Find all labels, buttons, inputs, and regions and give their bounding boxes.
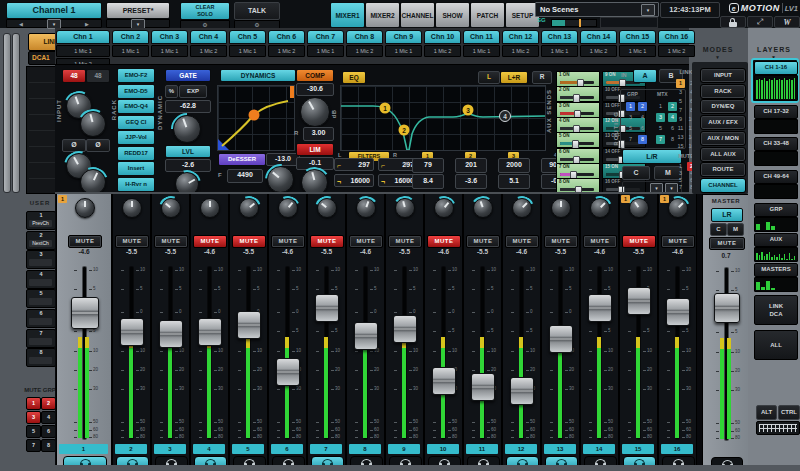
mute-grp-3[interactable]: 3 (26, 411, 41, 424)
user-button-2[interactable]: 2NextCh (26, 231, 56, 250)
aux-send-slider[interactable] (560, 173, 594, 176)
pan-knob[interactable] (239, 198, 259, 218)
user-button-5[interactable]: 5 (26, 289, 56, 308)
channel-selector[interactable]: Channel 1 (6, 2, 102, 19)
fader-track[interactable]: 10505102030506080 (269, 267, 306, 439)
aux-send-4[interactable]: 4 ON (556, 117, 600, 133)
lock-button[interactable] (720, 16, 746, 28)
gear-icon[interactable]: ⚙ (254, 21, 259, 28)
mute-grp-6[interactable]: 6 (41, 425, 56, 438)
mute-num-7[interactable]: 7 (676, 183, 685, 192)
channel-tab-9[interactable]: Chn 91 Mic 1 (385, 30, 422, 57)
fader-handle[interactable] (71, 297, 99, 329)
mode-input[interactable]: INPUT (700, 68, 746, 83)
channel-tab-13[interactable]: Chn 131 Mic 1 (541, 30, 578, 57)
mute-button[interactable]: MUTE (154, 235, 188, 248)
fader-handle[interactable] (510, 377, 534, 405)
master-lr-button[interactable]: LR (711, 208, 743, 222)
layer-masters[interactable]: MASTERS (754, 263, 798, 277)
pan-knob[interactable] (317, 198, 337, 218)
fader-track[interactable]: 10505102030506080 (620, 267, 657, 439)
master-mute-button[interactable]: MUTE (709, 237, 745, 250)
channel-tab-12[interactable]: Chn 121 Mic 2 (502, 30, 539, 57)
channel-tab-8[interactable]: Chn 81 Mic 2 (346, 30, 383, 57)
mute-grp-7[interactable]: 7 (26, 439, 41, 452)
lpf-left-value[interactable]: ¬ 16000 (334, 174, 374, 187)
pan-knob[interactable] (200, 198, 220, 218)
pan-knob[interactable] (278, 198, 298, 218)
fader-handle[interactable] (627, 287, 651, 315)
rack-slot-3[interactable]: EMO-Q4 (117, 99, 155, 114)
mute-button[interactable]: MUTE (310, 235, 344, 248)
rack-slot-4[interactable]: GEQ Cl (117, 115, 155, 130)
fader-track[interactable]: 10505102030506080 (581, 267, 618, 439)
mute-grp-5[interactable]: 5 (26, 425, 41, 438)
user-button-3[interactable]: 3 (26, 250, 56, 269)
eq-band-2-freq[interactable]: 201 (455, 158, 487, 173)
fader-track[interactable]: 10505102030506080 (308, 267, 345, 439)
mode-rack[interactable]: RACK (700, 84, 746, 99)
waves-button[interactable]: W (774, 16, 800, 28)
grp-assign-6[interactable]: 6 (638, 124, 647, 133)
aux-send-slider[interactable] (560, 142, 594, 145)
link-num-13[interactable]: 13 (676, 133, 685, 142)
comp-header[interactable]: COMP (296, 69, 334, 82)
fader-handle[interactable] (432, 367, 456, 395)
preset-arrows[interactable]: ▾ (106, 19, 170, 28)
layer-ch-17-32[interactable]: CH 17-32 (754, 105, 798, 119)
preset-dropdown-icon[interactable]: ▾ (131, 19, 145, 29)
master-m-button[interactable]: M (727, 223, 744, 236)
link-num-3[interactable]: 3 (676, 88, 685, 97)
mute-button[interactable]: MUTE (583, 235, 617, 248)
mute-grp-1[interactable]: 1 (26, 397, 41, 410)
layer-all[interactable]: ALL (754, 330, 798, 360)
user-button-6[interactable]: 6 (26, 309, 56, 328)
link-num-5[interactable]: 5 (676, 97, 685, 106)
mode-aux-mon[interactable]: AUX / MON (700, 131, 746, 146)
aux-send-slider[interactable] (560, 112, 594, 115)
mtx-assign-1[interactable]: 1 (656, 102, 665, 111)
dynamics-graph[interactable] (217, 85, 295, 151)
scene-dropdown-icon[interactable]: ▾ (641, 4, 655, 16)
channel-tab-6[interactable]: Chn 61 Mic 2 (268, 30, 305, 57)
link-num-15[interactable]: 15 (676, 142, 685, 151)
gate-threshold-value[interactable]: -62.8 (165, 100, 211, 113)
eq-lr-button[interactable]: L+R (500, 71, 528, 84)
link-num-11[interactable]: 11 (676, 124, 685, 133)
fader-track[interactable]: 10505102030506080 (659, 267, 696, 439)
keyboard-icon[interactable] (756, 421, 800, 435)
comp-ratio-value[interactable]: 3.00 (303, 127, 334, 141)
mute-button[interactable]: MUTE (388, 235, 422, 248)
eq-band-2-gain[interactable]: -3.6 (455, 174, 487, 189)
pan-knob[interactable] (434, 198, 454, 218)
grp-assign-2[interactable]: 2 (638, 102, 647, 111)
grp-assign-7[interactable]: 7 (626, 135, 635, 144)
input-a-button[interactable]: A (633, 69, 657, 83)
mute-grp-8[interactable]: 8 (41, 439, 56, 452)
gate-range-icon[interactable]: % (165, 85, 178, 98)
aux-send-5[interactable]: 5 ON (556, 132, 600, 148)
rack-slot-6[interactable]: REDD17 (117, 146, 155, 161)
phantom-48v-b-button[interactable]: 48 (86, 69, 110, 83)
talk-button[interactable]: TALK (234, 2, 280, 20)
dynamics-header[interactable]: DYNAMICS (220, 69, 296, 82)
pan-knob[interactable] (629, 198, 649, 218)
fader-handle[interactable] (393, 315, 417, 343)
layer-aux[interactable]: AUX (754, 233, 798, 247)
aux-send-slider[interactable] (560, 158, 594, 161)
mute-button[interactable]: MUTE (193, 235, 227, 248)
layer-ch-49-64[interactable]: CH 49-64 (754, 170, 798, 184)
rack-slot-2[interactable]: EMO-D5 (117, 84, 155, 99)
clear-solo-button[interactable]: CLEAR SOLO (180, 2, 230, 20)
gate-exp-mode-button[interactable]: EXP (179, 85, 207, 98)
rack-slot-8[interactable]: H-Rvr n (117, 177, 155, 192)
mtx-assign-3[interactable]: 3 (656, 113, 665, 122)
left-scrollbar-1[interactable] (3, 33, 11, 193)
mode-dyn-eq[interactable]: DYN/EQ (700, 99, 746, 114)
channel-tab-2[interactable]: Chn 21 Mic 1 (112, 30, 149, 57)
eq-band-1-freq[interactable]: 79 (412, 158, 444, 173)
link-num-7[interactable]: 7 (676, 106, 685, 115)
mute-button[interactable]: MUTE (622, 235, 656, 248)
mute-button[interactable]: MUTE (68, 235, 102, 248)
grp-assign-4[interactable]: 4 (638, 113, 647, 122)
